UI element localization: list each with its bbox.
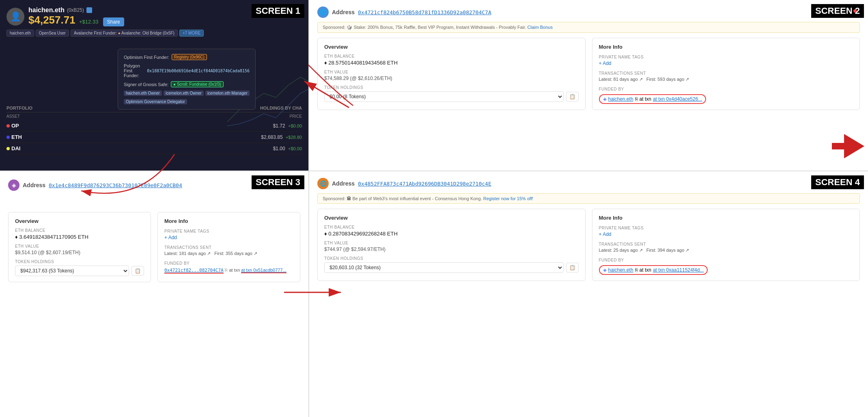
s2-sponsored-content: Stake: 200% Bonus, 75k Raffle, Best VIP … xyxy=(353,25,526,30)
s4-token-btn[interactable]: 📋 xyxy=(566,263,579,272)
s3-funded-at: at txn xyxy=(229,268,241,272)
s3-overview-card: Overview ETH BALANCE ♦ 3.649182438471170… xyxy=(8,212,151,282)
s2-txn-latest: Latest: 81 days ago ↗ First: 593 days ag… xyxy=(599,77,853,82)
s2-token-holdings-row: $0.00 (8 Tokens) 📋 xyxy=(324,91,579,102)
screen1: SCREEN 1 👤 haichen.eth (0xB25) $4,257.71… xyxy=(0,0,308,171)
s3-token-btn[interactable]: 📋 xyxy=(131,266,144,276)
s2-funded-txn-text: at txn xyxy=(640,96,651,102)
s3-private-tags-label: PRIVATE NAME TAGS xyxy=(164,229,293,233)
s2-sponsored-label: Sponsored: xyxy=(323,25,345,30)
s2-funded-by-row: ◈ haichen.eth ⎘ at txn at txn 0x4d40ace5… xyxy=(599,94,706,104)
s2-sponsored-icon: 🎲 xyxy=(347,25,352,30)
s1-dai-name: DAI xyxy=(11,145,20,151)
s1-avatar: 👤 xyxy=(6,8,24,26)
s2-add-link[interactable]: + Add xyxy=(599,60,612,66)
s3-token-holdings-row: $942,317.63 (53 Tokens) 📋 xyxy=(15,266,144,276)
s2-funded-txn-link[interactable]: at txn 0x4d40ace526... xyxy=(653,96,702,102)
s3-txn-info: Latest: 181 days ago ↗ First: 355 days a… xyxy=(164,251,293,256)
s1-balance: $4,257.71 xyxy=(28,14,75,26)
s4-funded-name[interactable]: haichen.eth xyxy=(608,267,633,273)
s3-token-select[interactable]: $942,317.63 (53 Tokens) xyxy=(15,266,129,276)
s1-tag-haichen[interactable]: haichen.eth xyxy=(6,30,34,37)
s4-sponsored-content: Be part of Web3's most influential event… xyxy=(352,196,482,201)
s2-token-select[interactable]: $0.00 (8 Tokens) xyxy=(324,91,564,102)
s4-more-info-title: More Info xyxy=(599,215,853,221)
s4-txn-info: Latest: 25 days ago ↗ First: 394 days ag… xyxy=(599,248,853,253)
s1-share-button[interactable]: Share xyxy=(103,17,124,26)
s4-sponsored-label: Sponsored: xyxy=(323,196,345,201)
s4-eth-balance-label: ETH BALANCE xyxy=(324,225,579,229)
s3-eth-value-value: $9,514.10 (@ $2,607.19/ETH) xyxy=(15,250,144,255)
s2-overview-title: Overview xyxy=(324,44,579,50)
s1-scroll-tag: ● Scroll: Fundraise (0x1f3) xyxy=(171,81,224,87)
screen3-label: SCREEN 3 xyxy=(252,175,304,189)
s3-overview-grid: Overview ETH BALANCE ♦ 3.649182438471170… xyxy=(8,212,300,282)
s2-eth-value-label: ETH VALUE xyxy=(324,70,579,74)
s1-portfolio-title: PORTFOLIO xyxy=(6,106,32,110)
s4-token-select[interactable]: $20,603.10 (32 Tokens) xyxy=(324,262,564,273)
s1-col-asset: ASSET xyxy=(6,114,20,119)
s1-dropdown: Optimism First Funder: Registry (0x96C) … xyxy=(118,49,256,110)
s2-token-btn[interactable]: 📋 xyxy=(566,92,579,102)
screen4-label: SCREEN 4 xyxy=(811,175,864,189)
s3-token-holdings-label: TOKEN HOLDINGS xyxy=(15,259,144,264)
s1-tag-opensea[interactable]: OpenSea User xyxy=(36,30,69,37)
s1-tag-more[interactable]: +7 MORE xyxy=(179,30,204,37)
s2-overview-grid: Overview ETH BALANCE ♦ 28.57501440819434… xyxy=(317,38,860,110)
s2-private-tags-label: PRIVATE NAME TAGS xyxy=(599,55,853,59)
s2-addr-text[interactable]: 0x4721cf824b6750B58d781fD1336D92a082704C… xyxy=(358,9,491,15)
s1-tags: haichen.eth OpenSea User Avalanche First… xyxy=(6,30,302,37)
s4-addr-text[interactable]: 0x4852FFA873c471Abd92696DB3041D298e2710c… xyxy=(358,181,491,187)
s4-funded-txn-link[interactable]: at txn 0xaa111524f4d... xyxy=(653,267,704,273)
s3-add-link[interactable]: + Add xyxy=(164,235,177,240)
s2-claim-link[interactable]: Claim Bonus xyxy=(528,25,553,30)
s3-addr-text[interactable]: 0x1e4c8489F9d876293C36b730107E89e0F2a0CB… xyxy=(49,182,182,188)
s3-more-info-card: More Info PRIVATE NAME TAGS + Add TRANSA… xyxy=(157,212,300,282)
s1-dai-dot xyxy=(6,147,10,150)
s1-dropdown-row4: haichen.eth Owner icemelon.eth Owner ice… xyxy=(121,89,252,97)
s3-eth-balance-value: ♦ 3.649182438471170905 ETH xyxy=(15,234,144,240)
s1-tag-avalanche[interactable]: Avalanche First Funder: ● Avalanche: Old… xyxy=(71,30,178,37)
s3-eth-value-label: ETH VALUE xyxy=(15,244,144,248)
s4-register-link[interactable]: Register now for 15% off! xyxy=(483,196,533,201)
s4-funded-by-label: FUNDED BY xyxy=(599,258,853,262)
s3-funded-by-label: FUNDED BY xyxy=(164,261,293,266)
s1-owner-tag3: icemelon.eth Manager xyxy=(205,91,250,96)
s2-addr-label: Address xyxy=(332,9,355,15)
s1-dropdown-row2: Polygon First Funder: 0x1887E19b00d6916e… xyxy=(121,62,252,80)
s1-username[interactable]: haichen.eth xyxy=(28,6,65,14)
s2-more-info-card: More Info PRIVATE NAME TAGS + Add TRANSA… xyxy=(592,38,860,110)
s3-funded-txn[interactable]: at txn 0x51acdb0777... xyxy=(241,268,286,273)
s3-funded-addr[interactable]: 0x4721cf82...082704C7A xyxy=(164,268,224,274)
s3-txn-sent-label: TRANSACTIONS SENT xyxy=(164,245,293,250)
screen4: SCREEN 4 🌐 Address 0x4852FFA873c471Abd92… xyxy=(308,171,868,417)
s1-dai-price: $1.00 +$0.00 xyxy=(273,146,302,151)
s1-owner-tag2: icemelon.eth Owner xyxy=(164,91,204,96)
s1-dropdown-row5: Optimism Governance Delegator xyxy=(121,97,252,106)
s2-overview-card: Overview ETH BALANCE ♦ 28.57501440819434… xyxy=(317,38,586,110)
s4-eth-balance-value: ♦ 0.287083429692268248 ETH xyxy=(324,231,579,237)
s4-sponsored-bar: Sponsored: 🏛 Be part of Web3's most infl… xyxy=(317,193,860,204)
s2-addr-icon: 🌐 xyxy=(317,6,329,18)
s4-add-link[interactable]: + Add xyxy=(599,231,612,237)
s4-addr-header: 🌐 Address 0x4852FFA873c471Abd92696DB3041… xyxy=(317,178,860,189)
s4-token-holdings-label: TOKEN HOLDINGS xyxy=(324,256,579,261)
screen1-label: SCREEN 1 xyxy=(252,4,304,18)
s3-more-info-title: More Info xyxy=(164,218,293,224)
s1-op-name: OP xyxy=(11,123,19,129)
s4-txn-sent-label: TRANSACTIONS SENT xyxy=(599,242,853,246)
s4-funded-copy-icon: ⎘ xyxy=(635,267,638,273)
s4-sponsored-icon: 🏛 xyxy=(347,196,351,201)
s4-more-info-card: More Info PRIVATE NAME TAGS + Add TRANSA… xyxy=(592,209,860,281)
s4-eth-value-value: $744.97 (@ $2,594.97/ETH) xyxy=(324,246,579,252)
s4-eth-logo: ◈ xyxy=(603,267,607,273)
s4-overview-title: Overview xyxy=(324,215,579,221)
s1-op-dot xyxy=(6,124,10,127)
s2-notification-dot xyxy=(853,9,857,13)
s2-txn-sent-label: TRANSACTIONS SENT xyxy=(599,71,853,76)
screen2: SCREEN 2 🌐 Address 0x4721cf824b6750B58d7… xyxy=(308,0,868,171)
s2-funded-name[interactable]: haichen.eth xyxy=(608,96,633,102)
s4-overview-card: Overview ETH BALANCE ♦ 0.287083429692268… xyxy=(317,209,586,281)
s4-funded-txn-text: at txn xyxy=(640,267,651,273)
s1-asset-row-dai: DAI $1.00 +$0.00 xyxy=(6,143,302,154)
